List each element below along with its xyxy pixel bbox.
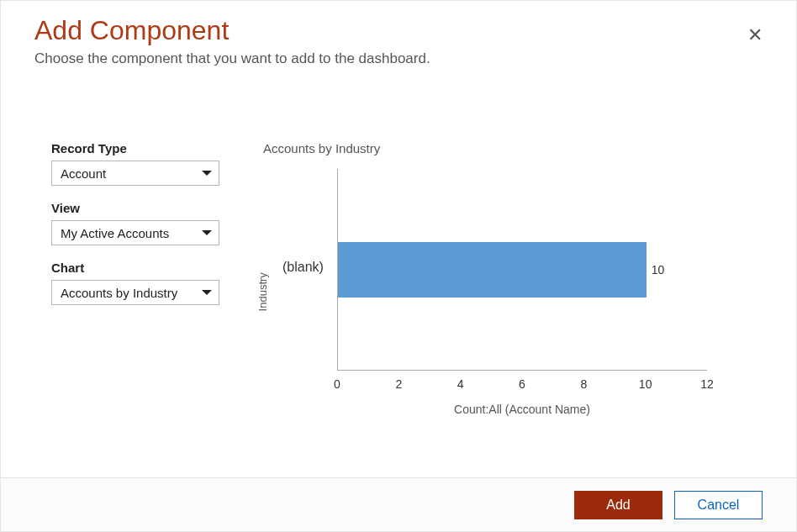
- chart-preview: Accounts by Industry Industry (blank) 10…: [245, 141, 763, 444]
- bar: 10: [338, 242, 647, 298]
- view-label: View: [51, 201, 219, 215]
- close-icon: ✕: [747, 24, 763, 45]
- x-axis-ticks: 024681012: [337, 372, 707, 392]
- y-axis-label: Industry: [256, 272, 269, 311]
- add-button[interactable]: Add: [574, 491, 662, 519]
- chart-label: Chart: [51, 261, 219, 275]
- chart-select[interactable]: Accounts by Industry: [51, 280, 219, 305]
- chart-title: Accounts by Industry: [263, 141, 763, 155]
- chevron-down-icon: [202, 290, 212, 295]
- y-tick-label: (blank): [282, 260, 324, 275]
- dialog-header: Add Component Choose the component that …: [1, 1, 796, 74]
- record-type-select[interactable]: Account: [51, 161, 219, 186]
- form-panel: Record Type Account View My Active Accou…: [34, 141, 219, 444]
- chevron-down-icon: [202, 230, 212, 235]
- cancel-button[interactable]: Cancel: [674, 491, 763, 519]
- dialog-title: Add Component: [34, 16, 763, 45]
- x-tick-label: 6: [519, 377, 525, 391]
- dialog-footer: Add Cancel: [1, 477, 796, 531]
- x-axis-label: Count:All (Account Name): [337, 403, 707, 416]
- view-value: My Active Accounts: [61, 226, 169, 240]
- x-tick-label: 10: [639, 377, 652, 391]
- dialog-content: Record Type Account View My Active Accou…: [1, 74, 796, 461]
- dialog-subtitle: Choose the component that you want to ad…: [34, 50, 763, 67]
- record-type-value: Account: [61, 166, 106, 181]
- x-tick-label: 8: [580, 377, 587, 391]
- x-tick-label: 2: [395, 377, 402, 391]
- x-tick-label: 12: [700, 377, 714, 391]
- x-tick-label: 4: [457, 377, 464, 391]
- plot: 10: [337, 169, 707, 371]
- chevron-down-icon: [202, 171, 212, 176]
- x-tick-label: 0: [334, 377, 340, 391]
- chart-value: Accounts by Industry: [61, 286, 177, 300]
- bar-value-label: 10: [652, 263, 665, 277]
- chart-area: Industry (blank) 10 024681012 Count:All …: [245, 161, 715, 429]
- view-select[interactable]: My Active Accounts: [51, 220, 219, 245]
- close-button[interactable]: ✕: [747, 26, 763, 45]
- record-type-label: Record Type: [51, 141, 219, 155]
